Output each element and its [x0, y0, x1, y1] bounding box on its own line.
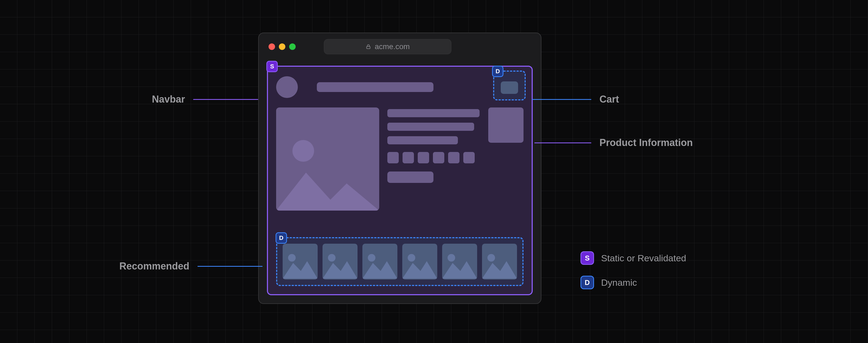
product-text-lines	[388, 107, 480, 211]
text-line	[388, 109, 479, 117]
rec-card	[482, 244, 517, 280]
address-text: acme.com	[375, 42, 410, 51]
static-badge: S	[267, 61, 278, 72]
lock-icon	[365, 44, 371, 50]
swatch	[463, 152, 475, 163]
legend-static-label: Static or Revalidated	[601, 253, 686, 263]
callout-label: Cart	[599, 94, 619, 105]
svg-marker-2	[283, 261, 318, 279]
search-placeholder	[317, 82, 433, 92]
callout-cart: Cart	[532, 94, 619, 105]
browser-titlebar: acme.com	[259, 33, 541, 60]
rec-card	[402, 244, 437, 280]
svg-marker-1	[276, 173, 379, 211]
maximize-icon	[289, 43, 296, 50]
cart-button-placeholder	[501, 82, 518, 94]
button-placeholder	[388, 172, 433, 183]
rec-card	[322, 244, 358, 280]
callout-navbar: Navbar	[152, 94, 258, 105]
dynamic-badge-cart: D	[492, 66, 503, 77]
mountain-icon	[402, 244, 437, 279]
side-square-placeholder	[488, 107, 524, 143]
rec-card	[362, 244, 397, 280]
svg-marker-6	[442, 261, 477, 279]
mountain-icon	[482, 244, 517, 279]
static-region: S D	[267, 66, 533, 295]
swatch	[448, 152, 460, 163]
legend: S Static or Revalidated D Dynamic	[581, 251, 686, 289]
swatch	[418, 152, 429, 163]
swatch	[433, 152, 444, 163]
traffic-lights	[269, 43, 296, 50]
mountain-icon	[362, 244, 397, 279]
text-line	[388, 123, 474, 131]
dynamic-badge-rec: D	[276, 232, 287, 244]
minimize-icon	[279, 43, 285, 50]
swatch	[403, 152, 414, 163]
text-line	[388, 136, 458, 144]
svg-rect-0	[367, 46, 370, 49]
legend-dynamic-label: Dynamic	[601, 277, 637, 288]
svg-marker-5	[402, 261, 437, 279]
mountain-icon	[276, 156, 379, 211]
avatar-placeholder	[276, 76, 298, 98]
swatch-row	[388, 152, 480, 163]
callout-recommended: Recommended	[119, 260, 262, 272]
legend-static-badge: S	[581, 251, 594, 265]
mountain-icon	[322, 244, 358, 279]
legend-dynamic: D Dynamic	[581, 276, 686, 289]
close-icon	[269, 43, 275, 50]
rec-card	[283, 244, 318, 280]
recommended-dynamic-region: D	[276, 237, 524, 286]
legend-static: S Static or Revalidated	[581, 251, 686, 265]
product-info-skeleton	[276, 107, 524, 211]
svg-marker-7	[482, 261, 517, 279]
mountain-icon	[442, 244, 477, 279]
browser-window: acme.com S D	[258, 33, 541, 304]
callout-label: Navbar	[152, 94, 185, 105]
callout-label: Product Information	[599, 137, 693, 149]
swatch	[388, 152, 399, 163]
address-bar: acme.com	[324, 39, 452, 54]
product-image-placeholder	[276, 107, 379, 211]
legend-dynamic-badge: D	[581, 276, 594, 289]
mountain-icon	[283, 244, 318, 279]
cart-dynamic-region: D	[493, 70, 526, 100]
recommended-row	[283, 244, 517, 280]
callout-label: Recommended	[119, 260, 189, 272]
navbar-skeleton	[276, 75, 524, 99]
callout-product-info: Product Information	[534, 137, 693, 149]
diagram-stage: acme.com S D	[0, 0, 868, 343]
svg-marker-3	[322, 261, 358, 279]
svg-marker-4	[362, 261, 397, 279]
rec-card	[442, 244, 477, 280]
